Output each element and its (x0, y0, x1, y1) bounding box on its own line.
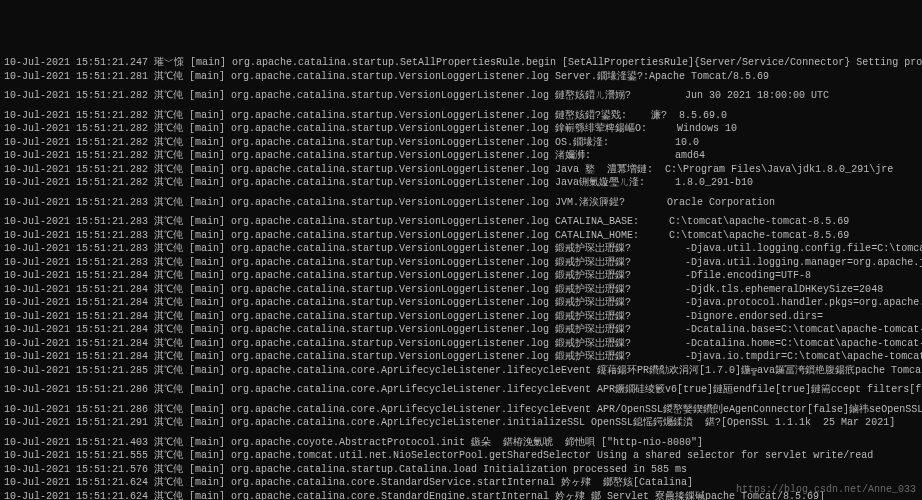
log-line: 10-Jul-2021 15:51:21.283 淇℃伅 [main] org.… (4, 196, 918, 210)
log-line: 10-Jul-2021 15:51:21.284 淇℃伅 [main] org.… (4, 310, 918, 324)
log-line: 10-Jul-2021 15:51:21.284 淇℃伅 [main] org.… (4, 283, 918, 297)
log-line: 10-Jul-2021 15:51:21.283 淇℃伅 [main] org.… (4, 215, 918, 229)
log-line: 10-Jul-2021 15:51:21.285 淇℃伅 [main] org.… (4, 364, 918, 378)
log-line: 10-Jul-2021 15:51:21.403 淇℃伅 [main] org.… (4, 436, 918, 450)
log-line: 10-Jul-2021 15:51:21.555 淇℃伅 [main] org.… (4, 449, 918, 463)
log-line: 10-Jul-2021 15:51:21.282 淇℃伅 [main] org.… (4, 149, 918, 163)
log-line: 10-Jul-2021 15:51:21.286 淇℃伅 [main] org.… (4, 403, 918, 417)
log-line: 10-Jul-2021 15:51:21.281 淇℃伅 [main] org.… (4, 70, 918, 84)
log-line: 10-Jul-2021 15:51:21.282 淇℃伅 [main] org.… (4, 109, 918, 123)
watermark-text: https://blog.csdn.net/Anne_033 (736, 483, 916, 497)
log-line: 10-Jul-2021 15:51:21.576 淇℃伅 [main] org.… (4, 463, 918, 477)
log-line: 10-Jul-2021 15:51:21.247 璀﹀憡 [main] org.… (4, 56, 918, 70)
log-line: 10-Jul-2021 15:51:21.282 淇℃伅 [main] org.… (4, 122, 918, 136)
console-output: 10-Jul-2021 15:51:21.247 璀﹀憡 [main] org.… (4, 56, 918, 500)
log-line: 10-Jul-2021 15:51:21.284 淇℃伅 [main] org.… (4, 296, 918, 310)
log-line: 10-Jul-2021 15:51:21.283 淇℃伅 [main] org.… (4, 229, 918, 243)
log-line: 10-Jul-2021 15:51:21.283 淇℃伅 [main] org.… (4, 242, 918, 256)
log-line: 10-Jul-2021 15:51:21.282 淇℃伅 [main] org.… (4, 163, 918, 177)
log-line: 10-Jul-2021 15:51:21.282 淇℃伅 [main] org.… (4, 176, 918, 190)
log-line: 10-Jul-2021 15:51:21.282 淇℃伅 [main] org.… (4, 136, 918, 150)
log-line: 10-Jul-2021 15:51:21.284 淇℃伅 [main] org.… (4, 269, 918, 283)
log-line: 10-Jul-2021 15:51:21.284 淇℃伅 [main] org.… (4, 337, 918, 351)
log-line: 10-Jul-2021 15:51:21.286 淇℃伅 [main] org.… (4, 383, 918, 397)
log-line: 10-Jul-2021 15:51:21.284 淇℃伅 [main] org.… (4, 323, 918, 337)
log-line: 10-Jul-2021 15:51:21.291 淇℃伅 [main] org.… (4, 416, 918, 430)
log-line: 10-Jul-2021 15:51:21.283 淇℃伅 [main] org.… (4, 256, 918, 270)
log-line: 10-Jul-2021 15:51:21.284 淇℃伅 [main] org.… (4, 350, 918, 364)
log-line: 10-Jul-2021 15:51:21.282 淇℃伅 [main] org.… (4, 89, 918, 103)
